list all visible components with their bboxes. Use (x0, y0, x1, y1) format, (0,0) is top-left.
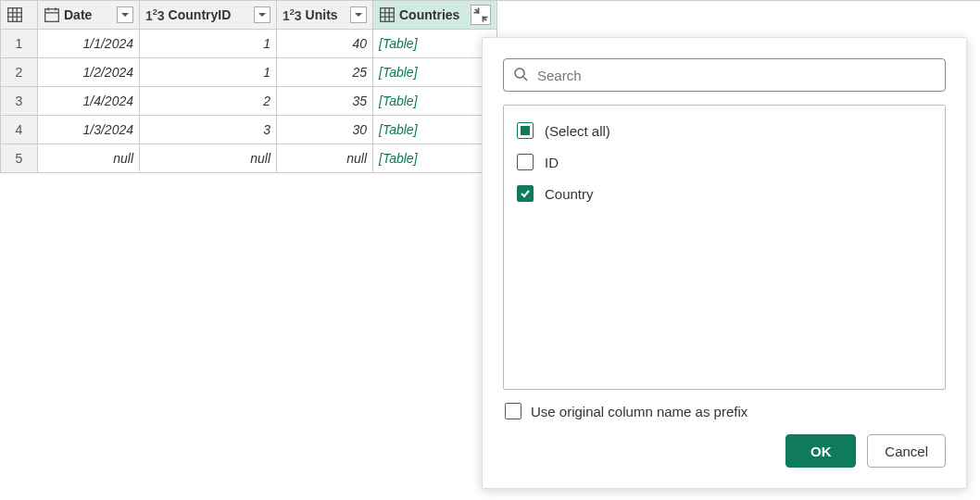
svg-rect-0 (8, 8, 22, 22)
column-header-countryid[interactable]: 123 CountryID (140, 1, 277, 30)
cell-countries[interactable]: [Table] (373, 144, 497, 173)
table-icon (6, 6, 23, 23)
dialog-buttons: OK Cancel (503, 425, 946, 468)
cell-date[interactable]: 1/4/2024 (38, 87, 140, 116)
column-header-units[interactable]: 123 Units (277, 1, 373, 30)
option-country-row[interactable]: Country (515, 178, 934, 209)
filter-button-countryid[interactable] (254, 6, 270, 23)
option-label: Country (545, 186, 594, 202)
search-input[interactable] (535, 67, 936, 84)
column-label: Units (306, 7, 346, 22)
cell-units[interactable]: null (277, 144, 373, 173)
filter-button-date[interactable] (117, 6, 133, 23)
cell-countries[interactable]: [Table] (373, 116, 497, 144)
select-all-row[interactable]: (Select all) (515, 115, 934, 146)
column-list: (Select all) ID Country (503, 105, 946, 390)
svg-point-14 (515, 69, 524, 78)
row-number[interactable]: 1 (1, 30, 38, 58)
search-box[interactable] (503, 58, 946, 92)
checkbox-indeterminate-icon[interactable] (517, 122, 534, 139)
row-number[interactable]: 5 (1, 144, 38, 173)
row-number[interactable]: 4 (1, 116, 38, 144)
row-header-corner (1, 1, 38, 30)
svg-line-15 (523, 77, 527, 81)
expand-column-popup: (Select all) ID Country Use original col… (482, 37, 967, 489)
svg-rect-5 (45, 9, 59, 22)
ok-button[interactable]: OK (785, 434, 856, 468)
cell-countryid[interactable]: 3 (140, 116, 277, 144)
checkbox-checked-icon[interactable] (517, 185, 534, 202)
option-label: (Select all) (545, 123, 610, 139)
cancel-button[interactable]: Cancel (867, 434, 946, 468)
cell-date[interactable]: null (38, 144, 140, 173)
cell-date[interactable]: 1/3/2024 (38, 116, 140, 144)
number-type-icon: 123 (145, 7, 165, 23)
cell-countries[interactable]: [Table] (373, 58, 497, 87)
calendar-icon (44, 6, 60, 23)
cell-units[interactable]: 35 (277, 87, 373, 116)
cell-countries[interactable]: [Table] (373, 30, 497, 58)
checkbox-unchecked-icon[interactable] (505, 403, 521, 419)
column-label: Countries (399, 7, 467, 22)
expand-button-countries[interactable] (471, 5, 491, 25)
cell-countryid[interactable]: null (140, 144, 277, 173)
option-id-row[interactable]: ID (515, 146, 934, 178)
option-label: ID (545, 155, 559, 170)
row-number[interactable]: 2 (1, 58, 38, 87)
checkbox-unchecked-icon[interactable] (517, 154, 534, 170)
column-header-date[interactable]: Date (38, 1, 140, 30)
table-icon (379, 6, 396, 23)
column-label: CountryID (169, 7, 250, 22)
cell-countryid[interactable]: 1 (140, 30, 277, 58)
cell-countries[interactable]: [Table] (373, 87, 497, 116)
search-icon (513, 67, 528, 84)
cell-countryid[interactable]: 2 (140, 87, 277, 116)
cell-countryid[interactable]: 1 (140, 58, 277, 87)
cell-units[interactable]: 30 (277, 116, 373, 144)
row-number[interactable]: 3 (1, 87, 38, 116)
prefix-label: Use original column name as prefix (531, 404, 748, 419)
column-label: Date (64, 7, 113, 22)
number-type-icon: 123 (283, 7, 302, 23)
filter-button-units[interactable] (350, 6, 367, 23)
prefix-option-row[interactable]: Use original column name as prefix (503, 390, 946, 425)
cell-date[interactable]: 1/1/2024 (38, 30, 140, 58)
cell-units[interactable]: 25 (277, 58, 373, 87)
column-header-countries[interactable]: Countries (373, 1, 497, 30)
cell-date[interactable]: 1/2/2024 (38, 58, 140, 87)
svg-rect-9 (381, 8, 395, 22)
cell-units[interactable]: 40 (277, 30, 373, 58)
